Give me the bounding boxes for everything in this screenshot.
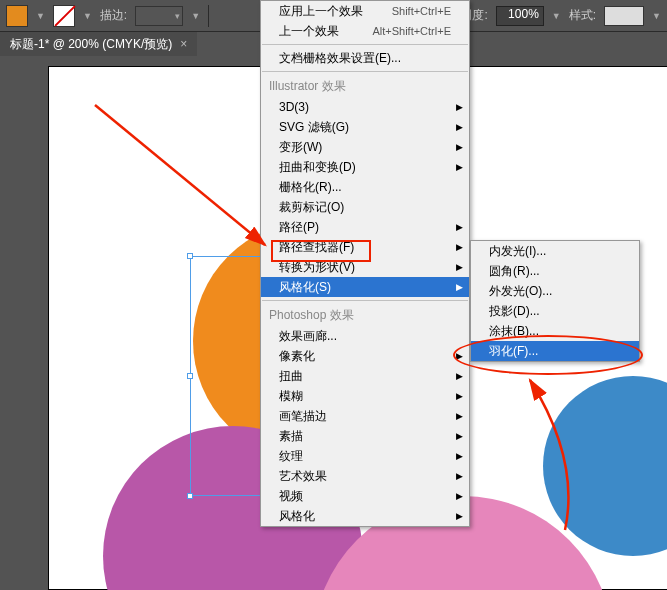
submenu-item-inner-glow[interactable]: 内发光(I)... <box>471 241 639 261</box>
menu-item-video[interactable]: 视频▶ <box>261 486 469 506</box>
menu-section-photoshop: Photoshop 效果 <box>261 304 469 326</box>
resize-handle[interactable] <box>187 493 193 499</box>
opacity-input[interactable]: 100% <box>496 6 544 26</box>
stroke-label: 描边: <box>100 7 127 24</box>
doc-title: 标题-1* @ 200% (CMYK/预览) <box>10 36 172 53</box>
divider <box>262 71 468 72</box>
menu-item-pixelate[interactable]: 像素化▶ <box>261 346 469 366</box>
stroke-dropdown-icon[interactable]: ▼ <box>83 11 92 21</box>
submenu-item-drop-shadow[interactable]: 投影(D)... <box>471 301 639 321</box>
doc-tab[interactable]: 标题-1* @ 200% (CMYK/预览) × <box>0 32 197 56</box>
menu-item-warp[interactable]: 变形(W)▶ <box>261 137 469 157</box>
graphic-style-swatch[interactable] <box>604 6 644 26</box>
submenu-item-round-corners[interactable]: 圆角(R)... <box>471 261 639 281</box>
menu-item-stylize[interactable]: 风格化(S)▶ <box>261 277 469 297</box>
effects-menu: 应用上一个效果Shift+Ctrl+E 上一个效果Alt+Shift+Ctrl+… <box>260 0 470 527</box>
style-label: 样式: <box>569 7 596 24</box>
menu-item-blur[interactable]: 模糊▶ <box>261 386 469 406</box>
submenu-item-feather[interactable]: 羽化(F)... <box>471 341 639 361</box>
menu-item-crop-marks[interactable]: 裁剪标记(O) <box>261 197 469 217</box>
fill-dropdown-icon[interactable]: ▼ <box>36 11 45 21</box>
menu-item-apply-last[interactable]: 应用上一个效果Shift+Ctrl+E <box>261 1 469 21</box>
menu-item-rasterize[interactable]: 栅格化(R)... <box>261 177 469 197</box>
menu-item-raster-settings[interactable]: 文档栅格效果设置(E)... <box>261 48 469 68</box>
shape-blue-circle[interactable] <box>543 376 667 556</box>
stroke-weight-drop[interactable]: ▼ <box>191 11 200 21</box>
menu-item-artistic[interactable]: 艺术效果▶ <box>261 466 469 486</box>
resize-handle[interactable] <box>187 253 193 259</box>
menu-section-illustrator: Illustrator 效果 <box>261 75 469 97</box>
menu-item-path[interactable]: 路径(P)▶ <box>261 217 469 237</box>
menu-item-effect-gallery[interactable]: 效果画廊... <box>261 326 469 346</box>
resize-handle[interactable] <box>187 373 193 379</box>
menu-item-convert-shape[interactable]: 转换为形状(V)▶ <box>261 257 469 277</box>
style-drop-icon[interactable]: ▼ <box>652 11 661 21</box>
menu-item-texture[interactable]: 纹理▶ <box>261 446 469 466</box>
menu-item-ps-stylize[interactable]: 风格化▶ <box>261 506 469 526</box>
menu-item-sketch[interactable]: 素描▶ <box>261 426 469 446</box>
stylize-submenu: 内发光(I)... 圆角(R)... 外发光(O)... 投影(D)... 涂抹… <box>470 240 640 362</box>
close-icon[interactable]: × <box>180 37 187 51</box>
menu-item-svg-filters[interactable]: SVG 滤镜(G)▶ <box>261 117 469 137</box>
stroke-weight-combo[interactable]: ▾ <box>135 6 183 26</box>
menu-item-distort-transform[interactable]: 扭曲和变换(D)▶ <box>261 157 469 177</box>
divider <box>262 300 468 301</box>
opacity-drop-icon[interactable]: ▼ <box>552 11 561 21</box>
menu-item-pathfinder[interactable]: 路径查找器(F)▶ <box>261 237 469 257</box>
menu-item-3d[interactable]: 3D(3)▶ <box>261 97 469 117</box>
submenu-item-outer-glow[interactable]: 外发光(O)... <box>471 281 639 301</box>
stroke-swatch[interactable] <box>53 5 75 27</box>
menu-item-last-effect[interactable]: 上一个效果Alt+Shift+Ctrl+E <box>261 21 469 41</box>
menu-item-brush-strokes[interactable]: 画笔描边▶ <box>261 406 469 426</box>
divider <box>208 5 209 27</box>
submenu-item-scribble[interactable]: 涂抹(B)... <box>471 321 639 341</box>
divider <box>262 44 468 45</box>
menu-item-ps-distort[interactable]: 扭曲▶ <box>261 366 469 386</box>
fill-swatch[interactable] <box>6 5 28 27</box>
